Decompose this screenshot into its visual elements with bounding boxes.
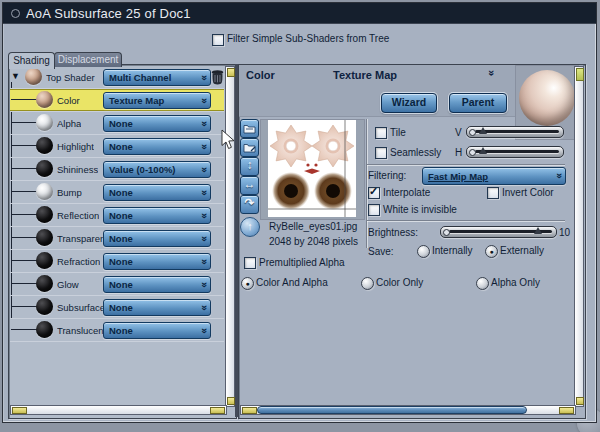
chevron-down-icon: » — [200, 143, 211, 149]
tab-shading[interactable]: Shading — [8, 52, 55, 69]
channel-shader-dropdown[interactable]: None » — [103, 138, 211, 155]
channel-sphere-icon — [36, 275, 53, 292]
rotate-icon[interactable]: ↷ — [240, 195, 259, 214]
invert-color-checkbox[interactable] — [487, 187, 499, 199]
seamlessly-checkbox[interactable] — [375, 147, 387, 159]
alpha-only-radio[interactable] — [476, 277, 489, 290]
tile-checkbox[interactable] — [375, 127, 387, 139]
channel-shader-dropdown[interactable]: None » — [103, 276, 211, 293]
detail-hscroll-right-cap[interactable] — [559, 407, 574, 414]
filtering-label: Filtering: — [368, 170, 406, 181]
color-only-radio[interactable] — [361, 277, 374, 290]
chevron-down-icon: » — [200, 304, 211, 310]
up-arrow-icon[interactable]: ↑ — [240, 217, 260, 237]
h-offset-slider[interactable] — [466, 146, 564, 158]
tree-vertical-scrollbar[interactable] — [225, 66, 235, 407]
detail-vertical-scrollbar[interactable] — [574, 66, 584, 407]
tree-row: Subsurface Sc None » — [10, 296, 224, 319]
save-internally-label: Internally — [432, 245, 473, 256]
channel-shader-dropdown[interactable]: None » — [103, 184, 211, 201]
brightness-value: 10 — [559, 227, 570, 238]
channel-shader-dropdown[interactable]: None » — [103, 299, 211, 316]
save-externally-radio[interactable]: ● — [485, 245, 498, 258]
channel-shader-dropdown[interactable]: None » — [103, 322, 211, 339]
detail-hscroll-left-cap[interactable] — [242, 407, 257, 414]
channel-shader-dropdown[interactable]: Texture Map » — [103, 92, 211, 109]
chevron-down-icon: » — [200, 327, 211, 333]
chevron-down-icon: » — [200, 120, 211, 126]
tree-row: Glow None » — [10, 273, 224, 296]
color-only-label: Color Only — [376, 277, 423, 288]
channel-sphere-icon — [36, 229, 53, 246]
tree-horizontal-scrollbar[interactable] — [10, 405, 227, 415]
expander-icon[interactable]: ▼ — [11, 71, 20, 81]
detail-shader-type: Texture Map — [333, 69, 397, 81]
v-offset-slider[interactable] — [466, 126, 564, 138]
tree-connector-line — [11, 99, 37, 100]
interpolate-checkbox[interactable]: ✓ — [368, 187, 380, 199]
tile-label: Tile — [390, 127, 406, 138]
save-label: Save: — [368, 246, 394, 257]
texture-preview-frame — [260, 119, 365, 220]
channel-shader-dropdown[interactable]: None » — [103, 207, 211, 224]
window-dot-icon[interactable] — [11, 9, 20, 18]
screen: AoA Subsurface 25 of Doc1 Filter Simple … — [0, 0, 600, 432]
tree-connector-line — [11, 237, 37, 238]
texture-dimensions: 2048 by 2048 pixels — [269, 236, 358, 247]
tab-displacement[interactable]: Displacement — [54, 52, 122, 67]
color-and-alpha-radio[interactable]: ● — [241, 277, 254, 290]
channel-sphere-icon — [36, 114, 53, 131]
tree-connector-line — [11, 214, 37, 215]
premultiplied-alpha-checkbox[interactable] — [244, 257, 256, 269]
tree-row: Shininess Value (0-100%) » — [10, 158, 224, 181]
tree-vscroll-cap[interactable] — [227, 397, 235, 405]
tree-vscroll-thumb[interactable] — [227, 68, 235, 77]
trash-icon[interactable] — [210, 69, 225, 85]
parent-button[interactable]: Parent — [449, 93, 507, 113]
channel-shader-dropdown[interactable]: None » — [103, 230, 211, 247]
chevron-down-icon[interactable]: » — [486, 70, 498, 76]
separator — [367, 220, 565, 221]
seamlessly-label: Seamlessly — [390, 147, 441, 158]
filter-subshaders-label: Filter Simple Sub-Shaders from Tree — [227, 33, 389, 44]
detail-vertical-divider — [366, 119, 367, 248]
color-and-alpha-label: Color And Alpha — [256, 277, 328, 288]
open-folder-icon[interactable] — [240, 119, 259, 138]
channel-shader-dropdown[interactable]: None » — [103, 253, 211, 270]
tree-row: Translucency None » — [10, 319, 224, 342]
channel-label: Alpha — [57, 118, 81, 129]
channel-sphere-icon — [36, 298, 53, 315]
channel-shader-dropdown[interactable]: Value (0-100%) » — [103, 161, 211, 178]
channel-sphere-icon — [36, 206, 53, 223]
detail-channel-label: Color — [246, 69, 275, 81]
top-shader-type-dropdown[interactable]: Multi Channel » — [103, 69, 211, 86]
white-invisible-checkbox[interactable] — [368, 204, 380, 216]
filtering-dropdown[interactable]: Fast Mip Map » — [422, 167, 566, 185]
shader-preview-sphere — [519, 70, 575, 126]
brightness-label: Brightness: — [368, 227, 418, 238]
chevron-down-icon: » — [200, 166, 211, 172]
save-internally-radio[interactable] — [417, 245, 430, 258]
detail-vscroll-thumb[interactable] — [576, 68, 584, 81]
detail-hscroll-thumb[interactable] — [257, 406, 527, 414]
filter-subshaders-checkbox[interactable] — [212, 34, 224, 46]
flip-vertical-icon[interactable]: ↕ — [240, 157, 259, 176]
detail-vscroll-cap[interactable] — [576, 397, 584, 405]
tree-hscroll-left-cap[interactable] — [12, 407, 27, 414]
channel-sphere-icon — [36, 137, 53, 154]
shader-tree: ▼ Top Shader Multi Channel » C — [10, 66, 224, 342]
title-bar[interactable]: AoA Subsurface 25 of Doc1 — [3, 3, 596, 24]
flip-horizontal-icon[interactable]: ↔ — [240, 176, 259, 195]
wizard-button[interactable]: Wizard — [381, 93, 437, 113]
channel-shader-dropdown[interactable]: None » — [103, 115, 211, 132]
folder-edit-icon[interactable] — [240, 138, 259, 157]
top-shader-label: Top Shader — [46, 72, 95, 83]
brightness-slider[interactable] — [440, 226, 557, 238]
detail-horizontal-scrollbar[interactable] — [240, 405, 576, 415]
tree-hscroll-right-cap[interactable] — [210, 407, 225, 414]
v-slider-label: V — [455, 127, 462, 138]
window-title: AoA Subsurface 25 of Doc1 — [26, 6, 191, 21]
chevron-down-icon: » — [200, 235, 211, 241]
tree-connector-line — [11, 191, 37, 192]
tree-row-top-shader: ▼ Top Shader Multi Channel » — [10, 66, 224, 89]
